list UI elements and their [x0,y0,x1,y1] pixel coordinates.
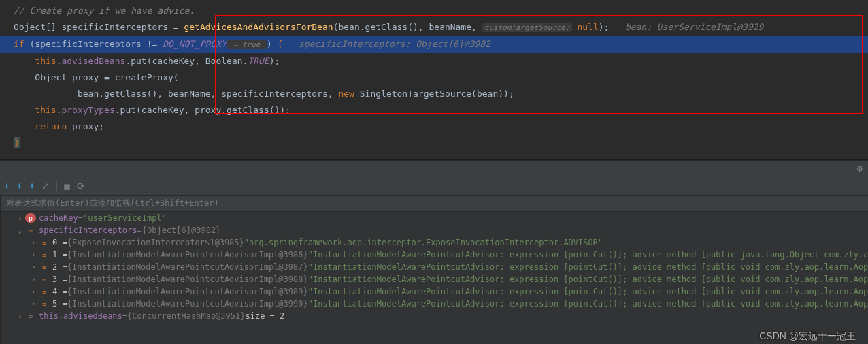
expand-arrow[interactable]: › [28,262,39,272]
expand-arrow[interactable]: › [14,311,25,321]
expand-arrow[interactable]: › [14,213,25,223]
object-icon: ≡ [39,287,50,296]
collapse-arrow[interactable]: ⌄ [14,225,25,235]
variable-row[interactable]: ›pcacheKey = "userServiceImpl" [1,212,868,224]
debug-panels: 在运行 ▼ ⋮ bstractAutoProxyCreator (org.spr… [0,196,868,344]
expand-icon[interactable]: ⤢ [41,181,50,191]
array-element[interactable]: ›≡3 = {InstantiationModelAwarePointcutAd… [1,273,868,285]
gear-icon[interactable]: ⚙ [857,163,863,174]
variables-list[interactable]: ›pcacheKey = "userServiceImpl" ⌄≡specifi… [1,212,868,344]
expand-arrow[interactable]: › [28,250,39,260]
refresh-icon[interactable]: ⟳ [77,181,85,191]
object-icon: ≡ [39,262,50,272]
object-icon: ≡ [25,225,36,235]
step-out-icon[interactable]: ⬇ [29,181,35,191]
step-icon[interactable]: ⬇ [4,181,10,191]
expand-arrow[interactable]: › [28,238,39,247]
param-icon: p [25,213,36,223]
step-into-icon[interactable]: ⬇ [16,181,22,191]
frames-toolbar: ⬇ ⬇ ⬇ ⤢ ▦ ⟳ [0,176,868,196]
object-icon: ≡ [39,250,50,260]
inline-debug-hint: bean: UserServiceImpl@3929 [609,22,763,32]
array-element[interactable]: ›≡2 = {InstantiationModelAwarePointcutAd… [1,261,868,273]
variable-row[interactable]: ›∞this.advisedBeans = {ConcurrentHashMap… [1,310,868,322]
object-icon: ≡ [39,238,50,247]
array-element[interactable]: ›≡5 = {InstantiationModelAwarePointcutAd… [1,298,868,310]
debug-toolbar: ⚙ [0,160,868,176]
object-icon: ≡ [39,275,50,284]
array-element[interactable]: ›≡1 = {InstantiationModelAwarePointcutAd… [1,249,868,261]
code-editor[interactable]: // Create proxy if we have advice. Objec… [0,0,868,159]
layout-icon[interactable]: ▦ [64,181,69,191]
object-icon: ≡ [39,299,50,309]
array-element[interactable]: ›≡4 = {InstantiationModelAwarePointcutAd… [1,285,868,298]
watch-icon: ∞ [25,311,36,321]
expand-arrow[interactable]: › [28,287,39,296]
variables-panel: 对表达式求值(Enter)或添加监视(Ctrl+Shift+Enter) ›pc… [1,196,868,344]
variables-header: 对表达式求值(Enter)或添加监视(Ctrl+Shift+Enter) [1,196,868,212]
comment: // Create proxy if we have advice. [14,5,195,16]
expand-arrow[interactable]: › [28,299,39,309]
eval-hint: 对表达式求值(Enter)或添加监视(Ctrl+Shift+Enter) [6,198,219,209]
current-execution-line: if (specificInterceptors != DO_NOT_PROXY… [0,36,868,53]
array-element[interactable]: ›≡0 = {ExposeInvocationInterceptor$1@398… [1,236,868,249]
variable-row[interactable]: ⌄≡specificInterceptors = {Object[6]@3982… [1,224,868,236]
expand-arrow[interactable]: › [28,275,39,284]
